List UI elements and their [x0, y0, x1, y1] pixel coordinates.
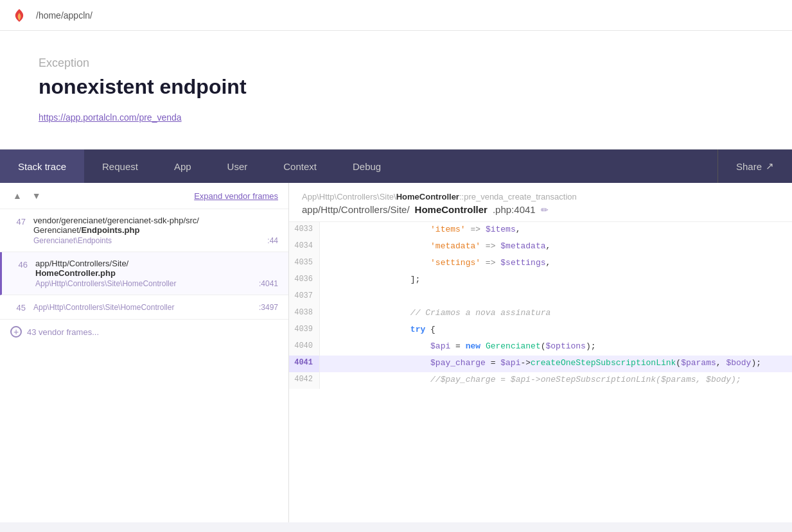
edit-icon[interactable]: ✏: [541, 205, 549, 215]
frame-num-46: 46: [12, 259, 28, 270]
top-bar-path: /home/appcln/: [36, 10, 92, 21]
tab-request[interactable]: Request: [84, 150, 156, 183]
code-line-4033: 4033 'items' => $items,: [289, 222, 792, 239]
stack-header: ▲ ▼ Expand vendor frames: [0, 183, 288, 209]
code-line-4038: 4038 // Criamos a nova assinatura: [289, 305, 792, 322]
frame-file-46: app/Http/Controllers/Site/HomeController…: [35, 259, 278, 278]
code-header-file: app/Http/Controllers/Site/HomeController…: [302, 204, 779, 215]
stack-frame-45[interactable]: 45 App\Http\Controllers\Site\HomeControl…: [0, 295, 288, 320]
tab-stack-trace[interactable]: Stack trace: [0, 150, 84, 183]
frame-info-46: app/Http/Controllers/Site/HomeController…: [35, 259, 278, 288]
frame-file-47: vendor/gerencianet/gerencianet-sdk-php/s…: [33, 216, 278, 235]
add-vendor-frames-icon: +: [10, 326, 22, 338]
line-content-4038: // Criamos a nova assinatura: [320, 305, 792, 322]
vendor-frames-label: 43 vendor frames...: [27, 327, 99, 337]
exception-title: nonexistent endpoint: [39, 75, 753, 99]
exception-panel: Exception nonexistent endpoint https://a…: [0, 31, 792, 150]
frame-class-47: Gerencianet\Endpoints: [33, 236, 112, 245]
line-content-4033: 'items' => $items,: [320, 222, 792, 239]
frame-info-45: App\Http\Controllers\Site\HomeController…: [33, 302, 278, 312]
exception-url[interactable]: https://app.portalcln.com/pre_venda: [39, 112, 182, 123]
stack-frame-46[interactable]: 46 app/Http/Controllers/Site/HomeControl…: [0, 252, 288, 295]
frame-line-45: :3497: [259, 303, 278, 312]
arrow-down-button[interactable]: ▼: [30, 189, 44, 202]
line-num-4034: 4034: [289, 239, 320, 255]
line-content-4040: $api = new Gerencianet($options);: [320, 339, 792, 356]
tab-debug[interactable]: Debug: [335, 150, 399, 183]
code-line-4035: 4035 'settings' => $settings,: [289, 255, 792, 272]
code-line-4041: 4041 $pay_charge = $api->createOneStepSu…: [289, 356, 792, 372]
frame-class-45: App\Http\Controllers\Site\HomeController: [33, 303, 174, 312]
line-num-4035: 4035: [289, 255, 320, 272]
line-content-4041: $pay_charge = $api->createOneStepSubscri…: [320, 356, 792, 372]
code-line-4039: 4039 try {: [289, 322, 792, 339]
line-num-4042: 4042: [289, 372, 320, 389]
line-num-4037: 4037: [289, 289, 320, 305]
expand-vendor-button[interactable]: Expand vendor frames: [194, 191, 278, 201]
line-num-4040: 4040: [289, 339, 320, 356]
frame-num-47: 47: [10, 216, 26, 227]
code-line-4040: 4040 $api = new Gerencianet($options);: [289, 339, 792, 356]
line-num-4041: 4041: [289, 356, 320, 372]
line-num-4038: 4038: [289, 305, 320, 322]
main-content: ▲ ▼ Expand vendor frames 47 vendor/geren…: [0, 183, 792, 522]
line-content-4042: //$pay_charge = $api->oneStepSubscriptio…: [320, 372, 792, 389]
line-num-4039: 4039: [289, 322, 320, 339]
line-num-4036: 4036: [289, 272, 320, 289]
line-content-4036: ];: [320, 272, 792, 289]
code-header: App\Http\Controllers\Site\HomeController…: [289, 183, 792, 222]
code-panel: App\Http\Controllers\Site\HomeController…: [289, 183, 792, 522]
vendor-frames-item[interactable]: + 43 vendor frames...: [0, 320, 288, 344]
frame-class-46: App\Http\Controllers\Site\HomeController: [35, 279, 176, 288]
line-content-4039: try {: [320, 322, 792, 339]
tab-user[interactable]: User: [209, 150, 266, 183]
stack-arrows: ▲ ▼: [10, 189, 44, 202]
share-label: Share: [736, 161, 762, 172]
code-line-4034: 4034 'metadata' => $metadata,: [289, 239, 792, 255]
line-content-4034: 'metadata' => $metadata,: [320, 239, 792, 255]
frame-num-45: 45: [10, 302, 26, 313]
top-bar: /home/appcln/: [0, 0, 792, 31]
frame-line-46: :4041: [259, 279, 278, 288]
code-view: 4033 'items' => $items, 4034 'metadata' …: [289, 222, 792, 522]
line-content-4037: [320, 289, 792, 305]
frame-line-47: :44: [267, 236, 278, 245]
exception-label: Exception: [39, 56, 753, 70]
tab-app[interactable]: App: [156, 150, 209, 183]
line-num-4033: 4033: [289, 222, 320, 239]
frame-info-47: vendor/gerencianet/gerencianet-sdk-php/s…: [33, 216, 278, 245]
app-logo: [10, 6, 28, 24]
tab-share[interactable]: Share ↗: [717, 150, 792, 183]
share-icon: ↗: [766, 160, 774, 172]
line-content-4035: 'settings' => $settings,: [320, 255, 792, 272]
arrow-up-button[interactable]: ▲: [10, 189, 24, 202]
code-line-4037: 4037: [289, 289, 792, 305]
stack-frame-47[interactable]: 47 vendor/gerencianet/gerencianet-sdk-ph…: [0, 209, 288, 252]
code-header-path: App\Http\Controllers\Site\HomeController…: [302, 192, 779, 202]
tab-context[interactable]: Context: [265, 150, 335, 183]
nav-tabs: Stack trace Request App User Context Deb…: [0, 150, 792, 183]
code-line-4042: 4042 //$pay_charge = $api->oneStepSubscr…: [289, 372, 792, 389]
code-line-4036: 4036 ];: [289, 272, 792, 289]
stack-panel: ▲ ▼ Expand vendor frames 47 vendor/geren…: [0, 183, 289, 522]
